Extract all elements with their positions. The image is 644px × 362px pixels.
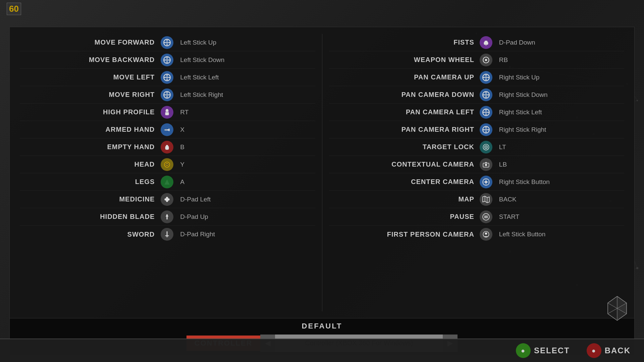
action-key: RB — [495, 56, 624, 64]
action-icon — [161, 106, 173, 119]
action-name: MEDICINE — [20, 195, 158, 203]
left-binding-row[interactable]: LEGS A — [20, 173, 315, 191]
svg-point-109 — [485, 164, 487, 166]
action-icon — [480, 141, 492, 154]
right-binding-row[interactable]: PAN CAMERA DOWN Right Stick Down — [329, 86, 625, 104]
back-label: BACK — [605, 346, 631, 355]
action-name: TARGET LOCK — [329, 143, 477, 151]
action-name: PAN CAMERA UP — [329, 73, 477, 81]
action-key: X — [176, 126, 315, 133]
action-name: CONTEXTUAL CAMERA — [329, 161, 477, 168]
svg-point-118 — [483, 214, 489, 220]
action-name: FISTS — [329, 39, 477, 46]
action-icon — [480, 158, 492, 171]
default-label: DEFAULT — [302, 322, 342, 330]
action-icon — [161, 158, 173, 171]
action-key: A — [176, 178, 315, 186]
svg-point-107 — [485, 146, 486, 147]
action-icon — [480, 228, 492, 241]
right-binding-row[interactable]: CENTER CAMERA Right Stick Button — [329, 173, 625, 191]
right-binding-row[interactable]: FIRST PERSON CAMERA Left Stick Button — [329, 226, 625, 243]
action-key: D-Pad Left — [176, 196, 315, 203]
svg-marker-69 — [166, 214, 169, 217]
action-icon — [480, 193, 492, 206]
left-binding-row[interactable]: MOVE BACKWARD Left Stick Down — [20, 51, 315, 69]
content-area: MOVE FORWARD Left Stick Up MOVE BACKWARD… — [10, 27, 634, 318]
main-panel: MOVE FORWARD Left Stick Up MOVE BACKWARD… — [9, 27, 635, 355]
left-binding-row[interactable]: MOVE LEFT Left Stick Left — [20, 69, 315, 86]
action-icon — [480, 106, 492, 119]
left-binding-row[interactable]: ARMED HAND X — [20, 121, 315, 138]
right-column: FISTS D-Pad Down WEAPON WHEEL RB PAN CAM… — [322, 34, 625, 311]
right-binding-row[interactable]: PAN CAMERA RIGHT Right Stick Right — [329, 121, 625, 138]
left-column: MOVE FORWARD Left Stick Up MOVE BACKWARD… — [20, 34, 322, 311]
select-nav-button[interactable]: ● SELECT — [516, 343, 570, 358]
svg-marker-115 — [483, 196, 489, 203]
right-binding-row[interactable]: CONTEXTUAL CAMERA LB — [329, 156, 625, 173]
action-icon — [480, 36, 492, 49]
action-key: LT — [495, 143, 624, 151]
right-binding-row[interactable]: FISTS D-Pad Down — [329, 34, 625, 51]
action-icon — [480, 176, 492, 188]
left-binding-row[interactable]: HEAD Y — [20, 156, 315, 173]
action-key: Right Stick Right — [495, 126, 624, 133]
action-icon — [161, 36, 173, 49]
action-key: Right Stick Up — [495, 74, 624, 81]
action-icon — [161, 123, 173, 136]
action-key: Right Stick Left — [495, 109, 624, 116]
left-binding-row[interactable]: HIDDEN BLADE D-Pad Up — [20, 208, 315, 226]
back-icon: ● — [587, 343, 601, 358]
action-key: LB — [495, 161, 624, 168]
right-binding-row[interactable]: PAN CAMERA LEFT Right Stick Left — [329, 104, 625, 121]
action-key: Right Stick Down — [495, 91, 624, 99]
right-binding-row[interactable]: PAN CAMERA UP Right Stick Up — [329, 69, 625, 86]
svg-rect-67 — [165, 198, 170, 200]
right-binding-row[interactable]: PAUSE START — [329, 208, 625, 226]
footer-nav: ● SELECT ● BACK — [0, 339, 644, 362]
action-icon — [161, 88, 173, 101]
action-name: HEAD — [20, 161, 158, 168]
svg-rect-73 — [484, 41, 487, 42]
right-binding-row[interactable]: TARGET LOCK LT — [329, 138, 625, 156]
action-name: MOVE LEFT — [20, 73, 158, 81]
action-key: Left Stick Down — [176, 56, 315, 64]
action-key: RT — [176, 109, 315, 116]
action-name: HIDDEN BLADE — [20, 213, 158, 221]
left-binding-row[interactable]: MOVE RIGHT Left Stick Right — [20, 86, 315, 104]
right-binding-row[interactable]: WEAPON WHEEL RB — [329, 51, 625, 69]
select-label: SELECT — [534, 346, 570, 355]
action-icon — [161, 228, 173, 241]
action-name: MOVE BACKWARD — [20, 56, 158, 64]
action-name: EMPTY HAND — [20, 143, 158, 151]
action-key: START — [495, 213, 624, 221]
action-name: MOVE RIGHT — [20, 91, 158, 99]
action-name: HIGH PROFILE — [20, 108, 158, 116]
action-name: CENTER CAMERA — [329, 178, 477, 186]
action-icon — [480, 123, 492, 136]
action-name: ARMED HAND — [20, 126, 158, 133]
right-binding-row[interactable]: MAP BACK — [329, 191, 625, 208]
action-icon — [161, 54, 173, 66]
action-icon — [161, 193, 173, 206]
action-name: WEAPON WHEEL — [329, 56, 477, 64]
svg-rect-54 — [165, 112, 169, 115]
action-name: LEGS — [20, 178, 158, 186]
svg-rect-58 — [169, 128, 170, 131]
action-key: Left Stick Up — [176, 39, 315, 46]
action-name: MAP — [329, 195, 477, 203]
svg-point-114 — [485, 181, 487, 183]
action-key: D-Pad Down — [495, 39, 624, 46]
left-binding-row[interactable]: MOVE FORWARD Left Stick Up — [20, 34, 315, 51]
left-binding-row[interactable]: EMPTY HAND B — [20, 138, 315, 156]
left-binding-row[interactable]: MEDICINE D-Pad Left — [20, 191, 315, 208]
action-icon — [480, 210, 492, 223]
action-key: Left Stick Left — [176, 74, 315, 81]
left-binding-row[interactable]: HIGH PROFILE RT — [20, 104, 315, 121]
svg-rect-61 — [166, 145, 168, 147]
left-binding-row[interactable]: SWORD D-Pad Right — [20, 226, 315, 243]
back-nav-button[interactable]: ● BACK — [587, 343, 631, 358]
action-icon — [480, 88, 492, 101]
action-name: FIRST PERSON CAMERA — [329, 231, 477, 238]
action-key: Right Stick Button — [495, 178, 624, 186]
action-name: MOVE FORWARD — [20, 39, 158, 46]
